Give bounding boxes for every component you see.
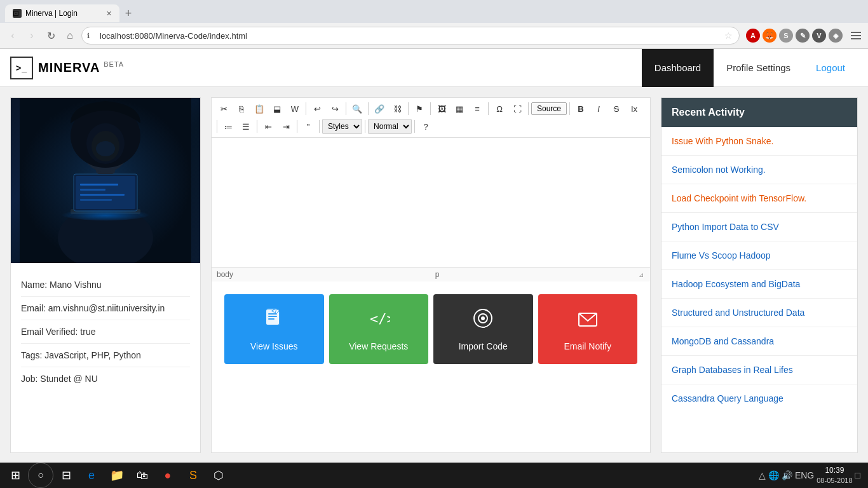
extension-2[interactable]: ✎ (796, 29, 810, 43)
editor-footer-p: p (435, 270, 440, 279)
activity-link[interactable]: Flume Vs Scoop Hadoop (672, 250, 771, 261)
nav-profile-button[interactable]: Profile Settings (714, 49, 803, 87)
nav-dashboard-button[interactable]: Dashboard (642, 49, 714, 87)
taskbar-explorer-icon[interactable]: 📁 (104, 463, 130, 463)
activity-item-5[interactable]: Hadoop Ecosystem and BigData (661, 270, 857, 299)
firefox-extension[interactable]: 🦊 (763, 29, 776, 43)
tab-close-button[interactable]: ✕ (106, 10, 112, 18)
toolbar-paste-word-button[interactable]: W (287, 100, 303, 117)
activity-link[interactable]: Hadoop Ecosystem and BigData (672, 279, 800, 289)
forward-button[interactable]: › (24, 28, 39, 43)
taskbar-3d-icon[interactable]: ⬡ (206, 463, 231, 463)
activity-item-3[interactable]: Python Import Data to CSV (661, 213, 857, 241)
view-requests-button[interactable]: </> View Requests (329, 294, 429, 364)
activity-link[interactable]: Graph Databases in Real Lifes (672, 365, 793, 375)
refresh-button[interactable]: ↻ (43, 28, 58, 43)
profile-info: Name: Mano Vishnu Email: am.vishnu@st.ni… (11, 263, 200, 400)
start-button[interactable]: ⊞ (3, 463, 28, 463)
toolbar-fullscreen-button[interactable]: ⛶ (509, 100, 526, 117)
editor-resize-handle[interactable]: ⊿ (639, 271, 645, 278)
left-panel: Name: Mano Vishnu Email: am.vishnu@st.ni… (10, 97, 201, 453)
adblock-extension[interactable]: A (746, 29, 760, 43)
toolbar-image-button[interactable]: 🖼 (433, 100, 450, 117)
activity-item-9[interactable]: Cassandra Query Language (661, 384, 857, 412)
chrome-menu-button[interactable] (849, 29, 863, 43)
activity-item-4[interactable]: Flume Vs Scoop Hadoop (661, 241, 857, 270)
extension-3[interactable]: V (812, 29, 826, 43)
email-notify-button[interactable]: Email Notify (538, 294, 638, 364)
home-button[interactable]: ⌂ (62, 28, 78, 43)
url-text: localhost:8080/Minerva-Code/index.html (100, 31, 247, 41)
toolbar-cut-button[interactable]: ✂ (215, 100, 232, 117)
toolbar-unlink-button[interactable]: ⛓ (389, 100, 405, 117)
activity-item-7[interactable]: MongoDB and Cassandra (661, 327, 857, 356)
activity-link[interactable]: Issue With Python Snake. (672, 136, 773, 146)
center-panel: ✂ ⎘ 📋 ⬓ W ↩ ↪ 🔍 🔗 ⛓ ⚑ 🖼 ▦ ≡ Ω ⛶ Source (211, 97, 651, 453)
taskbar-search-button[interactable]: ○ (28, 463, 53, 463)
activity-item-6[interactable]: Structured and Unstructured Data (661, 299, 857, 327)
toolbar-find-button[interactable]: 🔍 (349, 100, 365, 117)
view-issues-button[interactable]: </> View Issues (224, 294, 324, 364)
toolbar-help-button[interactable]: ? (417, 118, 434, 135)
editor-textarea[interactable] (212, 138, 650, 265)
toolbar-italic-button[interactable]: I (590, 100, 607, 117)
toolbar-link-button[interactable]: 🔗 (371, 100, 388, 117)
toolbar-table-button[interactable]: ▦ (451, 100, 468, 117)
activity-link[interactable]: Structured and Unstructured Data (672, 308, 804, 318)
browser-tab[interactable]: ⊡ Minerva | Login ✕ (5, 4, 119, 22)
activity-item-2[interactable]: Load Checkpoint with TensorFlow. (661, 184, 857, 213)
app-header: >_ MINERVA BETA Dashboard Profile Settin… (0, 49, 868, 87)
lock-icon: ℹ (87, 32, 90, 40)
toolbar-removeformat-button[interactable]: Ix (626, 100, 642, 117)
taskbar-chrome-icon[interactable]: ● (155, 463, 180, 463)
nav-logout-button[interactable]: Logout (803, 49, 858, 87)
svg-rect-6 (80, 189, 105, 191)
toolbar-bold-button[interactable]: B (573, 100, 589, 117)
profile-tags: Tags: JavaScript, PHP, Python (21, 344, 190, 367)
import-code-button[interactable]: Import Code (433, 294, 533, 364)
toolbar-indent-button[interactable]: ⇥ (278, 118, 294, 135)
toolbar-paste-text-button[interactable]: ⬓ (269, 100, 285, 117)
taskbar-store-icon[interactable]: 🛍 (130, 463, 155, 463)
email-notify-label: Email Notify (564, 341, 611, 351)
profile-name: Name: Mano Vishnu (21, 273, 190, 297)
activity-link[interactable]: Python Import Data to CSV (672, 222, 779, 232)
activity-item-1[interactable]: Semicolon not Working. (661, 156, 857, 184)
activity-link[interactable]: MongoDB and Cassandra (672, 336, 774, 346)
toolbar-paste-button[interactable]: 📋 (251, 100, 268, 117)
toolbar-undo-button[interactable]: ↩ (309, 100, 325, 117)
toolbar-flag-button[interactable]: ⚑ (411, 100, 428, 117)
activity-item-8[interactable]: Graph Databases in Real Lifes (661, 356, 857, 384)
extension-1[interactable]: S (779, 29, 793, 43)
toolbar-strikethrough-button[interactable]: S (608, 100, 625, 117)
new-tab-button[interactable]: + (119, 4, 137, 22)
taskbar-taskview-icon[interactable]: ⊟ (53, 463, 79, 463)
toolbar-omega-button[interactable]: Ω (491, 100, 508, 117)
toolbar-copy-button[interactable]: ⎘ (233, 100, 250, 117)
browser-chrome: ⊡ Minerva | Login ✕ + ‹ › ↻ ⌂ ℹ localhos… (0, 0, 868, 49)
toolbar-redo-button[interactable]: ↪ (327, 100, 343, 117)
back-button[interactable]: ‹ (5, 28, 20, 43)
toolbar-orderedlist-button[interactable]: ≔ (220, 118, 236, 135)
activity-item-0[interactable]: Issue With Python Snake. (661, 127, 857, 156)
format-select[interactable]: Normal (368, 119, 412, 134)
toolbar-blockquote-button[interactable]: " (300, 118, 316, 135)
extension-4[interactable]: ◈ (829, 29, 843, 43)
toolbar-align-button[interactable]: ≡ (469, 100, 485, 117)
bookmark-icon[interactable]: ☆ (724, 30, 733, 41)
toolbar-unorderedlist-button[interactable]: ☰ (238, 118, 254, 135)
styles-select[interactable]: Styles (322, 119, 362, 134)
toolbar-sep-7 (528, 102, 529, 115)
toolbar-outdent-button[interactable]: ⇤ (260, 118, 276, 135)
activity-link[interactable]: Load Checkpoint with TensorFlow. (672, 193, 806, 203)
extensions-bar: A 🦊 S ✎ V ◈ (746, 29, 843, 43)
toolbar-source-button[interactable]: Source (531, 102, 567, 115)
svg-point-9 (61, 208, 150, 220)
activity-link[interactable]: Semicolon not Working. (672, 165, 766, 175)
taskbar-sublime-icon[interactable]: S (180, 463, 206, 463)
right-panel: Recent Activity Issue With Python Snake.… (661, 97, 858, 453)
activity-link[interactable]: Cassandra Query Language (672, 393, 783, 403)
url-input[interactable]: ℹ localhost:8080/Minerva-Code/index.html… (81, 27, 740, 44)
taskbar-edge-icon[interactable]: e (79, 463, 104, 463)
toolbar-sep-5 (430, 102, 431, 115)
